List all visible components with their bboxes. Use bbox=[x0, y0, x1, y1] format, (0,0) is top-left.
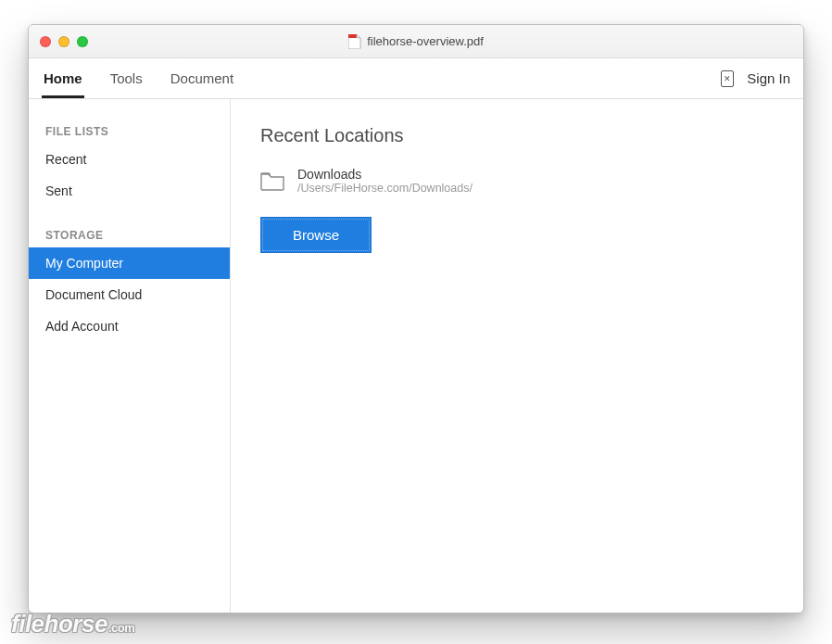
svg-rect-0 bbox=[348, 34, 357, 38]
location-text: Downloads /Users/FileHorse.com/Downloads… bbox=[297, 167, 473, 195]
tab-document[interactable]: Document bbox=[169, 59, 235, 98]
zoom-window-button[interactable] bbox=[77, 36, 88, 47]
main-heading: Recent Locations bbox=[260, 125, 774, 146]
content-body: FILE LISTS Recent Sent STORAGE My Comput… bbox=[29, 99, 803, 612]
minimize-window-button[interactable] bbox=[58, 36, 69, 47]
window-controls bbox=[40, 36, 88, 47]
watermark-brand: filehorse bbox=[11, 610, 107, 638]
sidebar-item-sent[interactable]: Sent bbox=[29, 175, 230, 207]
sidebar-section-file-lists: FILE LISTS bbox=[29, 120, 230, 144]
toolbar: Home Tools Document Sign In bbox=[29, 58, 803, 99]
location-path: /Users/FileHorse.com/Downloads/ bbox=[297, 182, 473, 195]
tab-tools[interactable]: Tools bbox=[108, 59, 145, 98]
sidebar-spacer bbox=[29, 207, 230, 223]
sidebar-section-storage: STORAGE bbox=[29, 223, 230, 247]
sidebar-item-document-cloud[interactable]: Document Cloud bbox=[29, 279, 230, 310]
sidebar: FILE LISTS Recent Sent STORAGE My Comput… bbox=[29, 99, 231, 612]
sign-in-link[interactable]: Sign In bbox=[747, 70, 790, 86]
toolbar-right: Sign In bbox=[721, 70, 790, 87]
sidebar-item-recent[interactable]: Recent bbox=[29, 144, 230, 175]
recent-location-row[interactable]: Downloads /Users/FileHorse.com/Downloads… bbox=[260, 167, 774, 195]
browse-button[interactable]: Browse bbox=[260, 217, 372, 253]
titlebar: filehorse-overview.pdf bbox=[29, 25, 803, 58]
window-title: filehorse-overview.pdf bbox=[367, 34, 484, 48]
mobile-device-icon[interactable] bbox=[721, 70, 734, 87]
main-panel: Recent Locations Downloads /Users/FileHo… bbox=[231, 99, 803, 612]
sidebar-item-add-account[interactable]: Add Account bbox=[29, 310, 230, 342]
watermark-suffix: .com bbox=[108, 621, 134, 635]
title-center: filehorse-overview.pdf bbox=[29, 34, 803, 49]
app-window: filehorse-overview.pdf Home Tools Docume… bbox=[28, 24, 804, 613]
tab-list: Home Tools Document bbox=[42, 59, 235, 98]
close-window-button[interactable] bbox=[40, 36, 51, 47]
watermark: filehorse.com bbox=[11, 610, 134, 638]
pdf-file-icon bbox=[348, 34, 361, 49]
tab-home[interactable]: Home bbox=[42, 59, 84, 98]
location-name: Downloads bbox=[297, 167, 473, 182]
sidebar-item-my-computer[interactable]: My Computer bbox=[29, 247, 230, 279]
folder-icon bbox=[260, 171, 284, 191]
